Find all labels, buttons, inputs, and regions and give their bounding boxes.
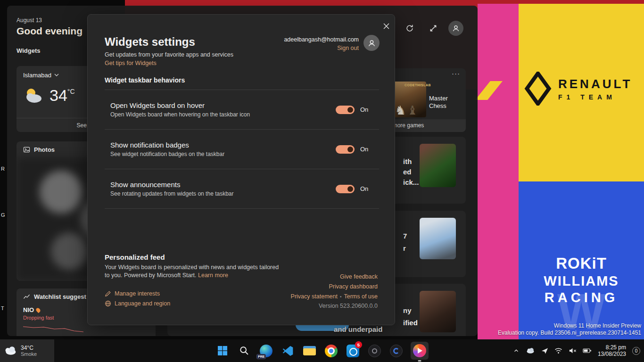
watchlist-header: Watchlist suggest <box>23 293 86 300</box>
news-thumbnail <box>420 218 456 259</box>
renault-wordmark: RENAULT <box>558 77 632 91</box>
windows-logo-icon <box>217 345 228 356</box>
language-region-link[interactable]: Language and region <box>105 300 170 307</box>
taskbar-weather-widget[interactable]: 34°C Smoke <box>0 339 54 362</box>
personalized-feed-body-line1: Your Widgets board is personalized with … <box>105 264 279 271</box>
vscode-icon <box>282 345 294 357</box>
get-tips-link[interactable]: Get tips for Widgets <box>105 60 157 66</box>
personalized-feed-body-line2: to you. Powered by Microsoft Start. Lear… <box>105 272 228 279</box>
taskbar-temperature: 34°C <box>21 345 37 351</box>
chess-piece-glyph: ♞ <box>395 103 406 117</box>
terms-of-use-link[interactable]: Terms of use <box>344 293 378 300</box>
screen: R G T RENAULT F1 TEAM W ROKiT WILLIAMS R… <box>0 0 644 362</box>
setting-description: See rotating updates from widgets on the… <box>110 190 336 197</box>
weather-reading: 34 °C <box>23 86 75 105</box>
desktop-icon-label: T <box>1 305 4 311</box>
dialog-title: Widgets settings <box>105 35 195 49</box>
weather-temperature: 34 <box>50 86 67 105</box>
toggle-announcements[interactable] <box>336 185 355 193</box>
cloud-icon <box>4 346 17 355</box>
account-email: adeelbangash@hotmail.com <box>284 36 359 43</box>
app-button-1[interactable] <box>367 344 381 358</box>
chrome-button[interactable] <box>324 344 338 358</box>
onedrive-button[interactable] <box>526 347 535 354</box>
version-label: Version 523.20600.0.0 <box>319 303 378 309</box>
partly-cloudy-icon <box>23 86 45 105</box>
refresh-button[interactable] <box>401 20 418 37</box>
folder-icon <box>303 345 316 356</box>
dialog-subtitle: Get updates from your favorite apps and … <box>105 51 233 58</box>
profile-avatar-button[interactable] <box>448 21 463 36</box>
search-button[interactable] <box>237 344 251 358</box>
headline-fragment: ed <box>403 168 412 176</box>
weather-city: Islamabad <box>23 72 51 79</box>
media-player-button[interactable] <box>411 342 429 360</box>
toggle-knob <box>347 107 353 113</box>
game-studio-label: CODETHISLAB <box>405 83 431 87</box>
personalized-feed-header: Personalized feed <box>105 253 165 261</box>
vscode-button[interactable] <box>281 344 295 358</box>
wifi-button[interactable] <box>554 347 562 354</box>
privacy-dashboard-link[interactable]: Privacy dashboard <box>329 283 378 290</box>
notification-count-badge[interactable]: 0 <box>632 347 640 355</box>
user-avatar-icon <box>452 24 460 33</box>
start-button[interactable] <box>215 344 230 358</box>
evaluation-line1: Windows 11 Home Insider Preview <box>498 322 641 329</box>
volume-button[interactable] <box>569 347 577 354</box>
weather-location-selector[interactable]: Islamabad <box>23 72 59 79</box>
account-avatar[interactable] <box>363 35 380 51</box>
rokit-wordmark: ROKiT <box>519 255 644 272</box>
sign-out-link[interactable]: Sign out <box>337 45 359 51</box>
edge-pre-badge: PRE <box>256 354 266 359</box>
setting-row-open-on-hover: Open Widgets board on hover Open Widgets… <box>105 90 379 130</box>
headline-fragment: 7 <box>403 232 407 240</box>
setting-title: Show announcements <box>110 181 336 189</box>
ticker-symbol: NIO <box>23 306 34 313</box>
tray-date: 13/08/2023 <box>598 351 626 357</box>
pencil-icon <box>105 290 111 297</box>
privacy-statement-link[interactable]: Privacy statement <box>291 293 338 300</box>
language-region-label: Language and region <box>115 300 170 307</box>
headline-fragment: ny <box>403 306 412 314</box>
file-explorer-button[interactable] <box>302 344 316 358</box>
setting-row-notification-badges: Show notification badges See widget noti… <box>105 130 379 169</box>
chevron-down-icon <box>54 74 59 77</box>
setting-description: Open Widgets board when hovering on the … <box>110 111 336 118</box>
taskbar: 34°C Smoke PRE <box>0 339 644 362</box>
edge-browser-button[interactable]: PRE <box>259 344 273 358</box>
close-button[interactable] <box>379 18 394 33</box>
outlook-button[interactable]: 5 <box>346 344 360 358</box>
watchlist-ticker-row[interactable]: NIO <box>23 306 40 313</box>
flame-icon <box>35 307 41 313</box>
clock[interactable]: 8:25 pm 13/08/2023 <box>598 344 626 357</box>
toggle-notification-badges[interactable] <box>336 145 355 154</box>
expand-button[interactable] <box>425 20 442 37</box>
weather-unit: °C <box>67 88 75 95</box>
renault-team-label: F1 TEAM <box>558 93 632 101</box>
setting-row-announcements: Show announcements See rotating updates … <box>105 169 379 209</box>
williams-wordmark: WILLIAMS <box>519 273 644 289</box>
renault-diamond-icon <box>524 72 552 106</box>
tray-overflow-button[interactable] <box>513 347 520 354</box>
widget-menu-button[interactable]: ··· <box>452 69 460 77</box>
app-icon-2 <box>390 345 403 357</box>
battery-button[interactable] <box>583 348 592 354</box>
give-feedback-link[interactable]: Give feedback <box>340 273 378 280</box>
toggle-knob <box>347 186 353 192</box>
manage-interests-link[interactable]: Manage interests <box>105 290 160 297</box>
racing-wordmark: RACING <box>519 290 644 305</box>
learn-more-link[interactable]: Learn more <box>198 272 228 279</box>
personalized-feed-body-text: to you. Powered by Microsoft Start. <box>105 272 197 279</box>
news-thumbnail <box>420 291 456 332</box>
toggle-open-on-hover[interactable] <box>336 106 355 114</box>
toggle-state-label: On <box>360 185 370 192</box>
toggle-knob <box>347 147 353 152</box>
williams-racing-logo: ROKiT WILLIAMS RACING <box>519 255 644 305</box>
chevron-up-icon <box>513 347 520 354</box>
toggle-state-label: On <box>360 106 370 113</box>
privacy-terms-row: Privacy statement•Terms of use <box>291 293 378 300</box>
paper-plane-icon <box>541 347 548 354</box>
tray-share-button[interactable] <box>541 347 548 354</box>
app-button-2[interactable] <box>389 344 403 358</box>
board-widgets-label: Widgets <box>17 47 40 54</box>
